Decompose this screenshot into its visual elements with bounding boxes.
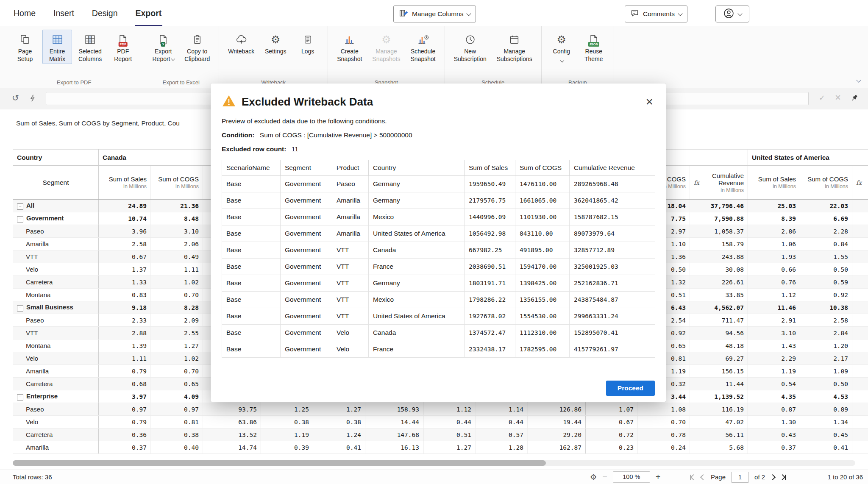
lightning-icon[interactable] xyxy=(29,94,36,104)
pivot-cell[interactable]: 0.41 xyxy=(313,441,365,454)
settings-button[interactable]: ⚙Settings xyxy=(261,30,290,57)
pivot-cell[interactable] xyxy=(852,250,868,263)
pivot-cell[interactable]: 93.75 xyxy=(203,403,261,416)
pivot-cell[interactable] xyxy=(852,441,868,454)
pivot-row-label[interactable]: Paseo xyxy=(13,225,99,238)
reuse-theme-button[interactable]: JSONReuseTheme xyxy=(579,30,609,64)
pivot-cell[interactable]: 0.92 xyxy=(800,289,852,301)
pivot-cell[interactable] xyxy=(852,289,868,301)
pivot-cell[interactable]: 1.93 xyxy=(748,250,800,263)
scrollbar-thumb[interactable] xyxy=(13,460,546,466)
close-button[interactable]: × xyxy=(644,95,655,108)
pivot-cell[interactable]: 47.02 xyxy=(690,416,748,428)
pivot-cell[interactable]: 0.79 xyxy=(99,365,151,378)
pivot-cell[interactable]: 2.86 xyxy=(748,225,800,238)
pivot-cell[interactable]: 1.07 xyxy=(586,403,638,416)
pivot-row-label[interactable]: −Government xyxy=(13,212,99,225)
writeback-button[interactable]: Writeback xyxy=(224,30,258,57)
pivot-cell[interactable]: 1,058.37 xyxy=(690,225,748,238)
pivot-cell[interactable]: 0.79 xyxy=(99,416,151,428)
pivot-cell[interactable]: 2.55 xyxy=(151,327,203,339)
page-input[interactable]: 1 xyxy=(731,472,749,483)
pivot-cell[interactable]: 0.72 xyxy=(586,428,638,441)
pivot-cell[interactable]: 5.68 xyxy=(690,441,748,454)
pivot-cell[interactable]: 1.11 xyxy=(151,263,203,276)
pivot-cell[interactable]: 1.19 xyxy=(748,365,800,378)
pivot-cell[interactable]: 0.59 xyxy=(800,276,852,289)
pivot-cell[interactable]: 94.56 xyxy=(690,327,748,339)
pivot-cell[interactable]: 1.39 xyxy=(99,339,151,352)
pivot-cell[interactable]: 1.27 xyxy=(423,441,476,454)
pivot-cell[interactable]: 1.02 xyxy=(151,352,203,365)
pivot-cell[interactable]: 0.57 xyxy=(476,428,528,441)
page-setup-button[interactable]: PageSetup xyxy=(10,30,40,64)
pivot-cell[interactable]: 0.83 xyxy=(99,289,151,301)
pivot-row-label[interactable]: −Small Business xyxy=(13,301,99,314)
pivot-cell[interactable]: 1,139.52 xyxy=(690,390,748,403)
pivot-cell[interactable]: 1.28 xyxy=(476,441,528,454)
pivot-cell[interactable] xyxy=(852,339,868,352)
pivot-cell[interactable]: 0.44 xyxy=(476,416,528,428)
pivot-row-label[interactable]: −Enterprise xyxy=(13,390,99,403)
pivot-row-label[interactable]: Amarilla xyxy=(13,238,99,250)
tab-design[interactable]: Design xyxy=(91,0,119,26)
pivot-cell[interactable]: 162.87 xyxy=(528,441,586,454)
schedule-snapshot-button[interactable]: ScheduleSnapshot xyxy=(407,30,440,64)
pivot-cell[interactable]: 0.66 xyxy=(748,263,800,276)
pivot-row-label[interactable]: −All xyxy=(13,200,99,212)
pivot-cell[interactable]: 0.24 xyxy=(638,441,690,454)
pivot-cell[interactable]: 24.89 xyxy=(99,200,151,212)
pivot-cell[interactable]: 22.03 xyxy=(800,200,852,212)
pivot-row-label[interactable]: Carretera xyxy=(13,378,99,390)
pivot-row-label[interactable]: Paseo xyxy=(13,403,99,416)
pivot-cell[interactable]: 0.39 xyxy=(261,441,313,454)
ribbon-collapse-chevron-icon[interactable] xyxy=(857,76,860,83)
undo-icon[interactable]: ↺ xyxy=(12,94,19,102)
zoom-in-button[interactable]: + xyxy=(656,472,661,482)
pivot-cell[interactable] xyxy=(852,301,868,314)
pivot-cell[interactable]: 25.03 xyxy=(748,200,800,212)
pivot-cell[interactable] xyxy=(852,263,868,276)
pivot-cell[interactable]: 10.74 xyxy=(99,212,151,225)
pivot-cell[interactable]: 1.30 xyxy=(748,416,800,428)
pivot-row-label[interactable]: Montana xyxy=(13,289,99,301)
pivot-cell[interactable]: 0.81 xyxy=(151,416,203,428)
pivot-cell[interactable]: 243.88 xyxy=(690,250,748,263)
pivot-cell[interactable]: 2.09 xyxy=(151,314,203,327)
pivot-cell[interactable]: 0.76 xyxy=(748,276,800,289)
pivot-cell[interactable]: 1.25 xyxy=(261,403,313,416)
manage-subscriptions-button[interactable]: ManageSubscriptions xyxy=(493,30,536,64)
pivot-cell[interactable]: 2.84 xyxy=(800,327,852,339)
zoom-level[interactable]: 100 % xyxy=(613,471,650,483)
pivot-cell[interactable]: 2.29 xyxy=(748,352,800,365)
pivot-cell[interactable]: 0.41 xyxy=(800,441,852,454)
tab-export[interactable]: Export xyxy=(135,0,163,26)
collapse-icon[interactable]: − xyxy=(17,394,23,401)
collapse-icon[interactable]: − xyxy=(17,216,23,223)
pivot-cell[interactable]: 1.12 xyxy=(748,289,800,301)
pivot-cell[interactable]: 0.67 xyxy=(586,416,638,428)
tab-insert[interactable]: Insert xyxy=(53,0,75,26)
logs-button[interactable]: Logs xyxy=(293,30,323,57)
pivot-row-label[interactable]: Velo xyxy=(13,416,99,428)
pivot-cell[interactable]: 0.37 xyxy=(99,441,151,454)
pivot-row-label[interactable]: Velo xyxy=(13,263,99,276)
horizontal-scrollbar[interactable] xyxy=(13,460,855,466)
account-button[interactable] xyxy=(715,6,749,22)
pivot-cell[interactable]: 30.08 xyxy=(690,263,748,276)
proceed-button[interactable]: Proceed xyxy=(606,381,655,396)
pivot-row-label[interactable]: Velo xyxy=(13,352,99,365)
pivot-cell[interactable]: 158.79 xyxy=(690,238,748,250)
pivot-cell[interactable]: 0.38 xyxy=(313,416,365,428)
collapse-icon[interactable]: − xyxy=(17,305,23,312)
pivot-cell[interactable]: 0.44 xyxy=(423,416,476,428)
pivot-cell[interactable]: 29.20 xyxy=(528,428,586,441)
pivot-cell[interactable]: 3.96 xyxy=(99,225,151,238)
pivot-cell[interactable]: 116.19 xyxy=(690,403,748,416)
pivot-cell[interactable]: 0.43 xyxy=(748,428,800,441)
create-snapshot-button[interactable]: CreateSnapshot xyxy=(333,30,366,64)
pivot-cell[interactable] xyxy=(852,200,868,212)
pivot-cell[interactable]: 2.06 xyxy=(151,238,203,250)
pivot-cell[interactable]: 1.43 xyxy=(748,339,800,352)
pivot-cell[interactable] xyxy=(852,314,868,327)
